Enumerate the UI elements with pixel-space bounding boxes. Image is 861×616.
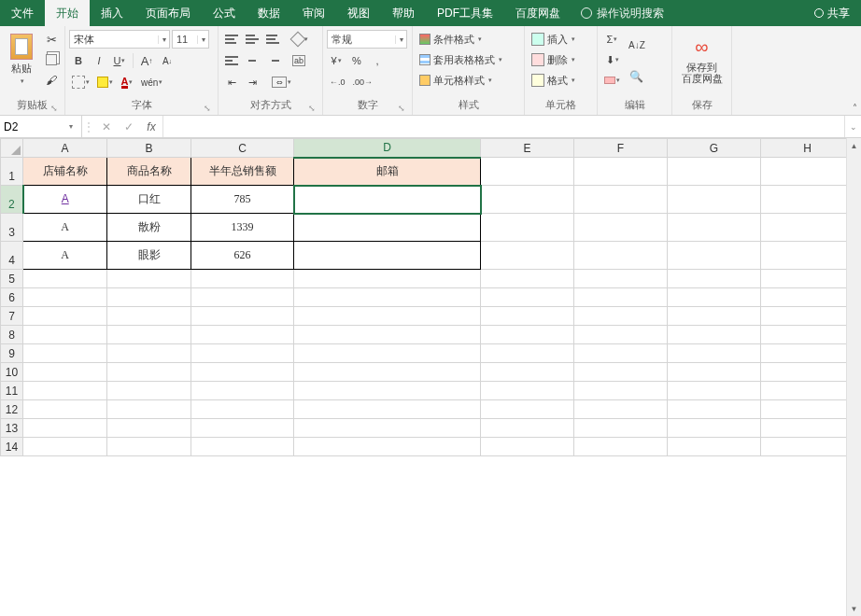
paste-button[interactable]: 粘贴 ▾: [4, 28, 39, 90]
cell-G9[interactable]: [668, 344, 761, 363]
cell-D9[interactable]: [294, 344, 481, 363]
tab-pdf-tools[interactable]: PDF工具集: [426, 0, 504, 26]
cell-A10[interactable]: [23, 363, 107, 382]
copy-button[interactable]: [42, 50, 61, 69]
cell-G3[interactable]: [668, 214, 761, 242]
name-box-dropdown[interactable]: ▾: [64, 122, 78, 131]
col-header-B[interactable]: B: [107, 139, 191, 158]
fill-button[interactable]: ⬇▾: [601, 50, 623, 69]
cell-E11[interactable]: [481, 382, 574, 400]
cell-C8[interactable]: [191, 326, 294, 344]
cut-button[interactable]: ✂: [42, 30, 61, 49]
cell-G14[interactable]: [668, 438, 761, 456]
scroll-track[interactable]: [847, 153, 861, 601]
cell-F11[interactable]: [574, 382, 668, 400]
cell-B4[interactable]: 眼影: [107, 242, 191, 270]
cell-F8[interactable]: [574, 326, 668, 344]
cell-C6[interactable]: [191, 288, 294, 307]
cell-H3[interactable]: [761, 214, 854, 242]
cell-B11[interactable]: [107, 382, 191, 400]
row-header-4[interactable]: 4: [1, 242, 23, 270]
cell-G13[interactable]: [668, 419, 761, 438]
cell-H7[interactable]: [761, 307, 854, 326]
row-header-2[interactable]: 2: [1, 186, 23, 214]
bold-button[interactable]: B: [69, 51, 88, 70]
cell-A14[interactable]: [23, 438, 107, 456]
cell-A3[interactable]: A: [23, 214, 107, 242]
cell-D13[interactable]: [294, 419, 481, 438]
cell-H10[interactable]: [761, 363, 854, 382]
cell-G5[interactable]: [668, 270, 761, 288]
dialog-launcher-icon[interactable]: ⤡: [49, 104, 59, 113]
cell-F13[interactable]: [574, 419, 668, 438]
name-box[interactable]: ▾: [0, 116, 82, 137]
cell-G10[interactable]: [668, 363, 761, 382]
autosum-button[interactable]: Σ▾: [601, 30, 623, 49]
row-header-3[interactable]: 3: [1, 214, 23, 242]
wrap-text-button[interactable]: ab: [289, 51, 308, 70]
cell-G1[interactable]: [668, 158, 761, 186]
dialog-launcher-icon[interactable]: ⤡: [307, 104, 317, 113]
merge-center-button[interactable]: ⇔▾: [269, 73, 294, 91]
cell-F4[interactable]: [574, 242, 668, 270]
cell-E3[interactable]: [481, 214, 574, 242]
cell-C9[interactable]: [191, 344, 294, 363]
cell-D10[interactable]: [294, 363, 481, 382]
cell-C2[interactable]: 785: [191, 186, 294, 214]
cell-A8[interactable]: [23, 326, 107, 344]
cell-H1[interactable]: [761, 158, 854, 186]
cell-D12[interactable]: [294, 400, 481, 419]
accounting-format-button[interactable]: ¥▾: [327, 51, 346, 70]
col-header-G[interactable]: G: [668, 139, 761, 158]
cell-styles-button[interactable]: 单元格样式▾: [416, 71, 495, 90]
cell-C12[interactable]: [191, 400, 294, 419]
cell-G6[interactable]: [668, 288, 761, 307]
cell-A7[interactable]: [23, 307, 107, 326]
cell-C4[interactable]: 626: [191, 242, 294, 270]
format-cells-button[interactable]: 格式▾: [529, 71, 578, 90]
cell-A13[interactable]: [23, 419, 107, 438]
cell-B7[interactable]: [107, 307, 191, 326]
cell-G4[interactable]: [668, 242, 761, 270]
cell-F1[interactable]: [574, 158, 668, 186]
decrease-indent-button[interactable]: ⇤: [222, 73, 241, 91]
cell-A2[interactable]: A: [23, 186, 107, 214]
cell-F9[interactable]: [574, 344, 668, 363]
cell-H13[interactable]: [761, 419, 854, 438]
tab-insert[interactable]: 插入: [90, 0, 134, 26]
format-as-table-button[interactable]: 套用表格格式▾: [416, 50, 505, 69]
cell-F10[interactable]: [574, 363, 668, 382]
cell-D2[interactable]: [294, 186, 481, 214]
cell-F14[interactable]: [574, 438, 668, 456]
align-left-button[interactable]: [222, 51, 241, 70]
cell-B1[interactable]: 商品名称: [107, 158, 191, 186]
expand-formula-bar-button[interactable]: ⌄: [844, 116, 861, 137]
cell-A6[interactable]: [23, 288, 107, 307]
row-header-6[interactable]: 6: [1, 288, 23, 307]
tell-me-search[interactable]: 操作说明搜索: [572, 0, 673, 26]
col-header-H[interactable]: H: [761, 139, 854, 158]
align-center-button[interactable]: [243, 51, 261, 70]
orientation-button[interactable]: ▾: [289, 30, 311, 49]
cancel-formula-button[interactable]: ✕: [95, 120, 118, 133]
cell-B14[interactable]: [107, 438, 191, 456]
cell-F2[interactable]: [574, 186, 668, 214]
save-to-baidu-button[interactable]: ∞ 保存到 百度网盘: [676, 28, 727, 90]
cell-E5[interactable]: [481, 270, 574, 288]
cell-D7[interactable]: [294, 307, 481, 326]
cell-B6[interactable]: [107, 288, 191, 307]
row-header-10[interactable]: 10: [1, 363, 23, 382]
tab-home[interactable]: 开始: [45, 0, 90, 26]
cell-E10[interactable]: [481, 363, 574, 382]
cell-F6[interactable]: [574, 288, 668, 307]
number-format-combo[interactable]: 常规▾: [327, 30, 407, 49]
delete-cells-button[interactable]: 删除▾: [529, 50, 578, 69]
cell-C14[interactable]: [191, 438, 294, 456]
borders-button[interactable]: ▾: [69, 73, 92, 91]
cell-H9[interactable]: [761, 344, 854, 363]
cell-E8[interactable]: [481, 326, 574, 344]
tab-file[interactable]: 文件: [0, 0, 45, 26]
cell-E1[interactable]: [481, 158, 574, 186]
decrease-decimal-button[interactable]: .00→: [350, 73, 376, 91]
find-select-button[interactable]: 🔍: [626, 62, 648, 91]
